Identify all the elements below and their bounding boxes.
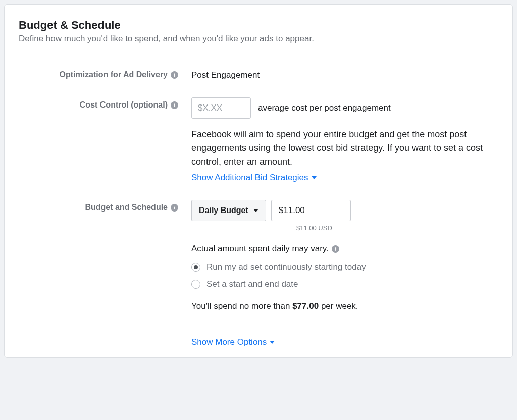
cost-control-row: Cost Control (optional) i average cost p…	[19, 97, 498, 183]
radio-continuous-row[interactable]: Run my ad set continuously starting toda…	[191, 262, 498, 272]
budget-schedule-row: Budget and Schedule i Daily Budget $11.0…	[19, 200, 498, 325]
cost-control-helper: Facebook will aim to spend your entire b…	[191, 128, 494, 169]
card-title: Budget & Schedule	[19, 19, 498, 32]
show-more-options-link[interactable]: Show More Options	[191, 337, 275, 347]
radio-continuous[interactable]	[191, 262, 200, 272]
cost-control-label: Cost Control (optional)	[80, 100, 168, 110]
show-more-label: Show More Options	[191, 337, 267, 347]
spend-summary: You'll spend no more than $77.00 per wee…	[191, 301, 498, 311]
link-label: Show Additional Bid Strategies	[191, 173, 308, 183]
card-subtitle: Define how much you'd like to spend, and…	[19, 34, 498, 44]
info-icon[interactable]: i	[332, 245, 339, 253]
radio-range-row[interactable]: Set a start and end date	[191, 279, 498, 289]
budget-schedule-card: Budget & Schedule Define how much you'd …	[4, 4, 513, 358]
optimization-value: Post Engagement	[191, 67, 498, 80]
cost-per-engagement-label: average cost per post engagement	[258, 103, 391, 113]
show-additional-bid-strategies-link[interactable]: Show Additional Bid Strategies	[191, 173, 317, 183]
optimization-label: Optimization for Ad Delivery	[59, 70, 168, 79]
info-icon[interactable]: i	[171, 101, 178, 109]
divider	[19, 325, 498, 325]
caret-down-icon	[270, 341, 275, 344]
budget-type-dropdown[interactable]: Daily Budget	[191, 200, 266, 221]
radio-continuous-label: Run my ad set continuously starting toda…	[206, 262, 366, 272]
radio-range-label: Set a start and end date	[206, 279, 298, 289]
caret-down-icon	[312, 176, 317, 179]
caret-down-icon	[253, 209, 258, 212]
budget-sub-amount: $11.00 USD	[296, 224, 498, 232]
cost-control-input[interactable]	[191, 97, 251, 119]
actual-spend-note: Actual amount spent daily may vary.	[191, 244, 329, 254]
radio-range[interactable]	[191, 280, 200, 289]
info-icon[interactable]: i	[171, 71, 178, 79]
budget-amount-input[interactable]	[271, 200, 351, 221]
budget-schedule-label: Budget and Schedule	[85, 203, 168, 212]
optimization-row: Optimization for Ad Delivery i Post Enga…	[19, 67, 498, 80]
info-icon[interactable]: i	[171, 204, 178, 212]
budget-type-value: Daily Budget	[199, 206, 248, 215]
